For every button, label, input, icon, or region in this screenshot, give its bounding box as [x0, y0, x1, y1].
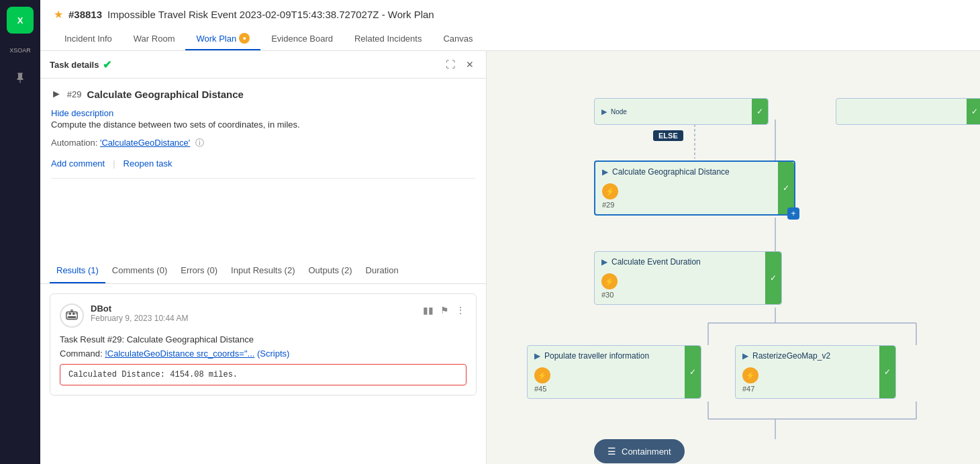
- info-icon[interactable]: ⓘ: [195, 138, 204, 148]
- task-details-actions: ⛶ ✕: [443, 58, 477, 71]
- task-automation: Automation: 'CalculateGeoDistance' ⓘ: [51, 137, 475, 149]
- task-details-label: Task details: [50, 60, 99, 70]
- task-body: ► #29 Calculate Geographical Distance Hi…: [40, 79, 486, 259]
- favorite-star-icon[interactable]: ★: [54, 8, 63, 21]
- node-45-icon: ⚡: [534, 367, 550, 383]
- task-result-command: Command: !CalculateGeoDistance src_coord…: [60, 349, 467, 359]
- tab-related-incidents[interactable]: Related Incidents: [344, 28, 432, 50]
- task-expand-arrow[interactable]: ►: [51, 88, 62, 100]
- flow-node-30[interactable]: ▶ Calculate Event Duration ⚡ #30 ✓: [594, 251, 782, 305]
- dbot-header: DBot February 9, 2023 10:44 AM ▮▮ ⚑ ⋮: [60, 304, 467, 328]
- flow-node-29[interactable]: ▶ Calculate Geographical Distance ⚡ #29 …: [594, 160, 795, 216]
- sub-tab-outputs[interactable]: Outputs (2): [301, 259, 358, 283]
- task-title-row: ► #29 Calculate Geographical Distance: [51, 88, 475, 100]
- right-panel: ELSE ▶ Node ✓ ✓: [487, 51, 980, 464]
- node-30-check: ✓: [765, 252, 781, 304]
- tab-evidence-board[interactable]: Evidence Board: [260, 28, 344, 50]
- page-title-row: ★ #38813 Impossible Travel Risk Event 20…: [54, 8, 967, 21]
- left-panel: Task details ✔ ⛶ ✕ ► #29 Calculate Geogr…: [40, 51, 487, 464]
- containment-node[interactable]: ☰ Containment: [594, 439, 685, 463]
- comment-icon[interactable]: ▮▮: [422, 304, 435, 317]
- task-number: #29: [67, 89, 82, 99]
- top-node-left[interactable]: ▶ Node ✓: [594, 98, 769, 125]
- node-29-add-btn[interactable]: +: [787, 207, 799, 220]
- dbot-info: DBot February 9, 2023 10:44 AM: [91, 304, 415, 323]
- node-47-icon: ⚡: [742, 367, 758, 383]
- automation-link[interactable]: 'CalculateGeoDistance': [100, 138, 190, 148]
- node-47-body: ▶ RasterizeGeoMap_v2 ⚡ #47: [736, 346, 879, 398]
- task-details-check-icon: ✔: [103, 58, 111, 71]
- tab-work-plan[interactable]: Work Plan ●: [185, 28, 260, 50]
- dbot-message-card: DBot February 9, 2023 10:44 AM ▮▮ ⚑ ⋮ Ta…: [50, 293, 477, 396]
- node-45-number: #45: [534, 385, 678, 393]
- sidebar: X XSOAR: [0, 0, 40, 464]
- main-tabs: Incident Info War Room Work Plan ● Evide…: [54, 28, 967, 50]
- top-node-right[interactable]: ✓: [836, 98, 980, 125]
- svg-point-3: [72, 312, 75, 315]
- sub-tab-comments[interactable]: Comments (0): [105, 259, 174, 283]
- app-logo[interactable]: X: [7, 7, 34, 34]
- svg-rect-4: [68, 316, 77, 318]
- node-30-body: ▶ Calculate Event Duration ⚡ #30: [595, 252, 765, 304]
- flow-node-45[interactable]: ▶ Populate traveller information ⚡ #45 ✓: [527, 345, 701, 399]
- body-split: Task details ✔ ⛶ ✕ ► #29 Calculate Geogr…: [40, 51, 980, 464]
- svg-point-6: [76, 313, 77, 314]
- header: ★ #38813 Impossible Travel Risk Event 20…: [40, 0, 980, 51]
- more-options-icon[interactable]: ⋮: [454, 304, 467, 317]
- containment-icon: ☰: [607, 446, 616, 457]
- task-description: Compute the distance between two sets of…: [51, 118, 475, 132]
- node-29-title: ▶ Calculate Geographical Distance: [602, 167, 771, 177]
- dbot-name: DBot: [91, 304, 415, 314]
- expand-icon[interactable]: ⛶: [443, 58, 458, 71]
- hide-description-link[interactable]: Hide description: [51, 108, 113, 118]
- node-29-number: #29: [602, 201, 771, 209]
- tab-canvas[interactable]: Canvas: [432, 28, 483, 50]
- task-details-header: Task details ✔ ⛶ ✕: [40, 51, 486, 79]
- reopen-task-button[interactable]: Reopen task: [124, 158, 173, 169]
- svg-point-2: [68, 312, 71, 315]
- flow-canvas[interactable]: ELSE ▶ Node ✓ ✓: [487, 51, 980, 464]
- task-name: Calculate Geographical Distance: [87, 89, 244, 100]
- result-code-box: Calculated Distance: 4154.08 miles.: [60, 364, 467, 385]
- containment-label: Containment: [622, 447, 671, 457]
- main-content: ★ #38813 Impossible Travel Risk Event 20…: [40, 0, 980, 464]
- tab-war-room[interactable]: War Room: [123, 28, 186, 50]
- node-30-title: ▶ Calculate Event Duration: [601, 257, 758, 267]
- svg-point-5: [67, 313, 68, 314]
- node-29-body: ▶ Calculate Geographical Distance ⚡ #29: [595, 162, 778, 214]
- node-30-number: #30: [601, 291, 758, 299]
- scripts-badge[interactable]: (Scripts): [257, 349, 289, 359]
- add-comment-button[interactable]: Add comment: [51, 158, 105, 169]
- sub-tab-input-results[interactable]: Input Results (2): [224, 259, 301, 283]
- work-plan-badge: ●: [239, 33, 250, 44]
- sub-tabs: Results (1) Comments (0) Errors (0) Inpu…: [40, 259, 486, 284]
- node-29-icon: ⚡: [602, 183, 618, 199]
- dbot-time: February 9, 2023 10:44 AM: [91, 314, 415, 323]
- node-30-icon: ⚡: [601, 273, 618, 289]
- node-47-number: #47: [742, 385, 873, 393]
- result-area: DBot February 9, 2023 10:44 AM ▮▮ ⚑ ⋮ Ta…: [40, 284, 486, 464]
- incident-title: Impossible Travel Risk Event 2023-02-09T…: [107, 9, 434, 20]
- incident-id: #38813: [68, 9, 102, 20]
- dbot-message-actions: ▮▮ ⚑ ⋮: [422, 304, 467, 317]
- flag-icon[interactable]: ⚑: [439, 304, 450, 317]
- sub-tab-errors[interactable]: Errors (0): [174, 259, 224, 283]
- node-45-title: ▶ Populate traveller information: [534, 351, 678, 361]
- svg-rect-8: [66, 312, 78, 320]
- node-45-check: ✓: [685, 346, 701, 398]
- sub-tab-duration[interactable]: Duration: [359, 259, 405, 283]
- tab-incident-info[interactable]: Incident Info: [54, 28, 123, 50]
- close-icon[interactable]: ✕: [463, 58, 477, 71]
- flow-node-47[interactable]: ▶ RasterizeGeoMap_v2 ⚡ #47 ✓: [735, 345, 896, 399]
- svg-text:X: X: [17, 15, 23, 26]
- task-actions-row: Add comment | Reopen task: [51, 158, 475, 179]
- app-name: XSOAR: [9, 47, 31, 54]
- node-47-title: ▶ RasterizeGeoMap_v2: [742, 351, 873, 361]
- task-result-label: Task Result #29: Calculate Geographical …: [60, 334, 467, 344]
- node-29-check: ✓: [778, 162, 794, 214]
- else-badge: ELSE: [653, 130, 683, 141]
- command-link[interactable]: !CalculateGeoDistance src_coords="...: [105, 349, 254, 359]
- dbot-avatar: [60, 304, 84, 328]
- sub-tab-results[interactable]: Results (1): [50, 259, 105, 283]
- sidebar-pin-icon[interactable]: [8, 66, 32, 90]
